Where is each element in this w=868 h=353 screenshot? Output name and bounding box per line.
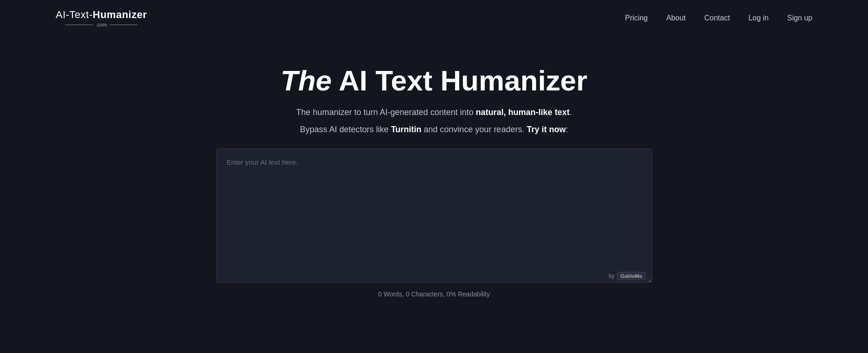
hero-title-italic: The (281, 64, 332, 96)
subtitle-try-now: Try it now (527, 125, 566, 134)
subtitle-colon: : (566, 125, 568, 134)
hero-title: The AI Text Humanizer (281, 64, 587, 97)
nav-pricing[interactable]: Pricing (625, 14, 648, 22)
stats-bar: 0 Words, 0 Characters, 0% Readability (378, 290, 490, 298)
hero-subtitle-line1: The humanizer to turn AI-generated conte… (296, 105, 572, 120)
nav-contact[interactable]: Contact (704, 14, 730, 22)
stats-label: 0 Words, 0 Characters, 0% Readability (378, 290, 490, 298)
subtitle-bold: natural, human-like text (476, 108, 570, 117)
ai-text-input[interactable] (216, 148, 652, 283)
gabloMo-by: by (609, 273, 615, 279)
subtitle-middle: and convince your readers. (421, 125, 527, 134)
gabloMo-brand: GabloMo (617, 272, 645, 280)
logo-line-left (65, 25, 93, 25)
logo-divider: .com (65, 22, 137, 27)
subtitle-after: . (570, 108, 572, 117)
subtitle-turnitin: Turnitin (391, 125, 422, 134)
hero-subtitle-line2: Bypass AI detectors like Turnitin and co… (300, 122, 568, 137)
logo-text: AI-Text-Humanizer (56, 9, 147, 21)
hero-section: The AI Text Humanizer The humanizer to t… (0, 36, 868, 307)
logo-line-right (109, 25, 137, 25)
header: AI-Text-Humanizer .com Pricing About Con… (0, 0, 868, 36)
nav: Pricing About Contact Log in Sign up (625, 14, 812, 22)
gabloMo-badge: by GabloMo (609, 272, 646, 280)
subtitle-before: The humanizer to turn AI-generated conte… (296, 108, 476, 117)
subtitle-bypass-before: Bypass AI detectors like (300, 125, 391, 134)
nav-login[interactable]: Log in (748, 14, 769, 22)
nav-about[interactable]: About (666, 14, 686, 22)
textarea-container: by GabloMo (216, 148, 652, 285)
logo-domain: .com (96, 22, 107, 27)
hero-title-rest: AI Text Humanizer (332, 64, 587, 96)
logo-bold: Humanizer (93, 9, 147, 20)
logo[interactable]: AI-Text-Humanizer .com (56, 9, 147, 27)
nav-signup[interactable]: Sign up (787, 14, 812, 22)
